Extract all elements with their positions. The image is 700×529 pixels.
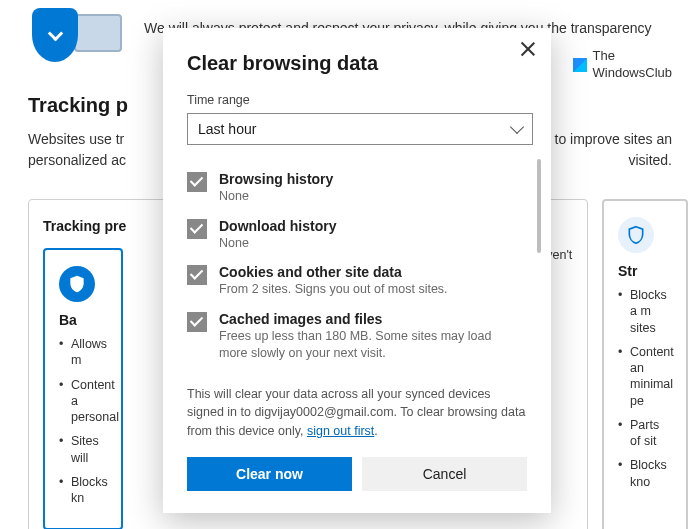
checkbox-cache[interactable] (187, 312, 207, 332)
time-range-label: Time range (187, 93, 547, 107)
option-sub: None (219, 188, 333, 206)
option-sub: Frees up less than 180 MB. Some sites ma… (219, 328, 519, 363)
close-icon[interactable] (519, 40, 537, 58)
option-title: Browsing history (219, 171, 333, 187)
option-download-history[interactable]: Download history None (187, 218, 527, 253)
chevron-down-icon (510, 120, 524, 134)
time-range-select[interactable]: Last hour (187, 113, 533, 145)
option-cache[interactable]: Cached images and files Frees up less th… (187, 311, 527, 363)
scrollbar-thumb[interactable] (537, 159, 541, 253)
option-title: Download history (219, 218, 336, 234)
dialog-title: Clear browsing data (187, 52, 547, 75)
clear-browsing-data-dialog: Clear browsing data Time range Last hour… (163, 28, 551, 513)
clear-now-button[interactable]: Clear now (187, 457, 352, 491)
option-title: Cookies and other site data (219, 264, 448, 280)
option-browsing-history[interactable]: Browsing history None (187, 171, 527, 206)
option-cookies[interactable]: Cookies and other site data From 2 sites… (187, 264, 527, 299)
checkbox-cookies[interactable] (187, 265, 207, 285)
option-title: Cached images and files (219, 311, 519, 327)
sync-note: This will clear your data across all you… (187, 385, 527, 441)
checkbox-browsing-history[interactable] (187, 172, 207, 192)
time-range-value: Last hour (198, 121, 256, 137)
option-sub: None (219, 235, 336, 253)
option-sub: From 2 sites. Signs you out of most site… (219, 281, 448, 299)
sign-out-link[interactable]: sign out first (307, 424, 374, 438)
checkbox-download-history[interactable] (187, 219, 207, 239)
cancel-button[interactable]: Cancel (362, 457, 527, 491)
